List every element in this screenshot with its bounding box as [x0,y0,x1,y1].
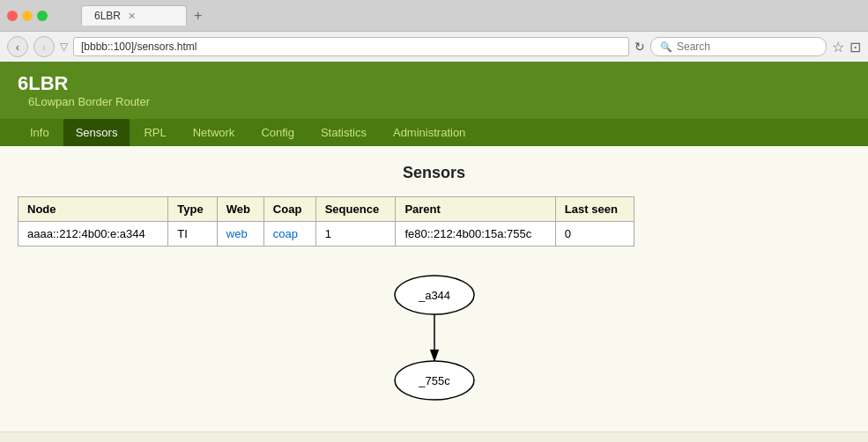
col-parent: Parent [396,197,555,222]
search-box: 🔍 [650,37,827,56]
tab-close-icon[interactable]: ✕ [128,11,136,22]
cell-coap: coap [263,222,315,247]
nav-item-statistics[interactable]: Statistics [308,119,379,146]
cell-web: web [217,222,263,247]
forward-button[interactable]: › [33,36,55,57]
coap-link[interactable]: coap [273,227,298,240]
nav-item-administration[interactable]: Administration [381,119,478,146]
col-sequence: Sequence [315,197,396,222]
diagram-svg: _a344 _755c [346,264,523,405]
col-last-seen: Last seen [555,197,634,222]
search-icon: 🔍 [660,41,672,53]
filter-icon: ▽ [60,41,68,53]
col-node: Node [19,197,168,222]
nav-item-config[interactable]: Config [249,119,307,146]
search-input[interactable] [677,41,809,53]
minimize-button[interactable] [22,11,33,21]
cell-sequence: 1 [315,222,396,247]
close-button[interactable] [7,11,18,21]
nav-item-rpl[interactable]: RPL [131,119,178,146]
table-row: aaaa::212:4b00:e:a344 TI web coap 1 fe80… [19,222,634,247]
nav-item-sensors[interactable]: Sensors [63,119,130,146]
bookmark-icons: ☆ ⊡ [832,39,861,55]
sensors-table: Node Type Web Coap Sequence Parent Last … [18,196,634,247]
diagram-node1-label: _a344 [417,289,449,302]
site-title: 6LBR [18,72,850,95]
col-type: Type [168,197,217,222]
browser-tab[interactable]: 6LBR ✕ [81,5,187,26]
new-tab-button[interactable]: + [187,8,209,24]
diagram-node2-label: _755c [418,374,450,387]
bookmark-icon[interactable]: ☆ [832,39,844,55]
page-heading: Sensors [18,164,850,182]
traffic-lights [7,11,48,21]
col-coap: Coap [263,197,315,222]
nav-item-network[interactable]: Network [181,119,248,146]
tab-title: 6LBR [94,10,121,22]
address-bar: ‹ › ▽ ↻ 🔍 ☆ ⊡ [0,31,868,62]
col-web: Web [217,197,263,222]
footer: 6LBR By CETIC (documentation) This page … [0,431,868,442]
address-input[interactable] [73,37,629,56]
page-content: 6LBR 6Lowpan Border Router Info Sensors … [0,62,868,442]
page-header: 6LBR 6Lowpan Border Router [0,62,868,119]
nav-item-info[interactable]: Info [18,119,62,146]
cell-parent: fe80::212:4b00:15a:755c [396,222,555,247]
reload-button[interactable]: ↻ [634,40,645,54]
nav-bar: Info Sensors RPL Network Config Statisti… [0,119,868,146]
cell-last-seen: 0 [555,222,634,247]
back-button[interactable]: ‹ [7,36,28,57]
web-link[interactable]: web [226,227,248,240]
cell-type: TI [168,222,217,247]
reader-icon[interactable]: ⊡ [849,39,861,55]
tab-bar: 6LBR ✕ + [81,5,209,26]
maximize-button[interactable] [37,11,48,21]
cell-node: aaaa::212:4b00:e:a344 [19,222,168,247]
main-content: Sensors Node Type Web Coap Sequence Pare… [0,146,868,423]
network-diagram: _a344 _755c [18,264,850,405]
site-subtitle: 6Lowpan Border Router [18,95,850,108]
